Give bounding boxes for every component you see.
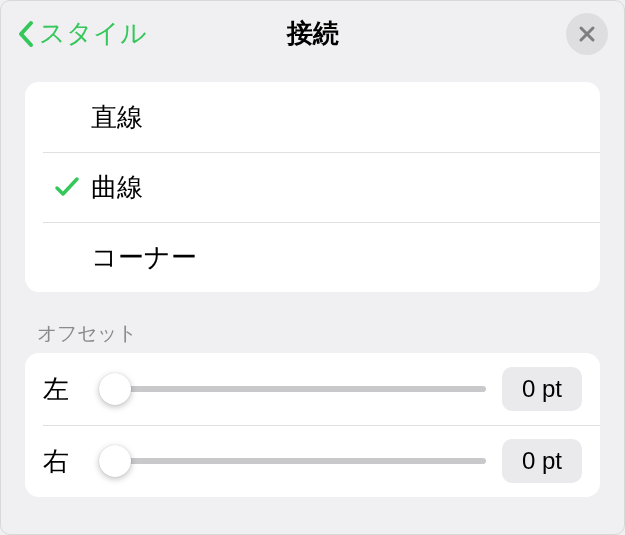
check-slot [43,174,91,200]
offset-section-header: オフセット [37,320,588,347]
popover-header: スタイル 接続 [1,1,624,66]
offset-right-slider[interactable] [99,445,486,477]
offset-right-value[interactable]: 0 pt [502,439,582,483]
checkmark-icon [54,174,80,200]
line-type-curved[interactable]: 曲線 [25,152,600,222]
line-type-list: 直線 曲線 コーナー [25,82,600,292]
offset-right-label: 右 [43,444,83,479]
line-type-label: 曲線 [91,170,582,205]
offset-left-label: 左 [43,372,83,407]
slider-thumb[interactable] [99,373,131,405]
offset-left-slider[interactable] [99,373,486,405]
line-type-label: 直線 [91,100,582,135]
back-button[interactable]: スタイル [17,16,147,51]
offset-left-value[interactable]: 0 pt [502,367,582,411]
offset-right-row: 右 0 pt [25,425,600,497]
page-title: 接続 [287,16,339,51]
slider-track [99,386,486,392]
line-type-label: コーナー [91,240,582,275]
offset-slider-group: 左 0 pt 右 0 pt [25,353,600,497]
close-button[interactable] [566,13,608,55]
slider-thumb[interactable] [99,445,131,477]
back-label: スタイル [39,16,147,51]
line-type-corner[interactable]: コーナー [25,222,600,292]
close-icon [578,25,596,43]
slider-track [99,458,486,464]
line-type-straight[interactable]: 直線 [25,82,600,152]
offset-left-row: 左 0 pt [25,353,600,425]
chevron-left-icon [17,20,35,48]
